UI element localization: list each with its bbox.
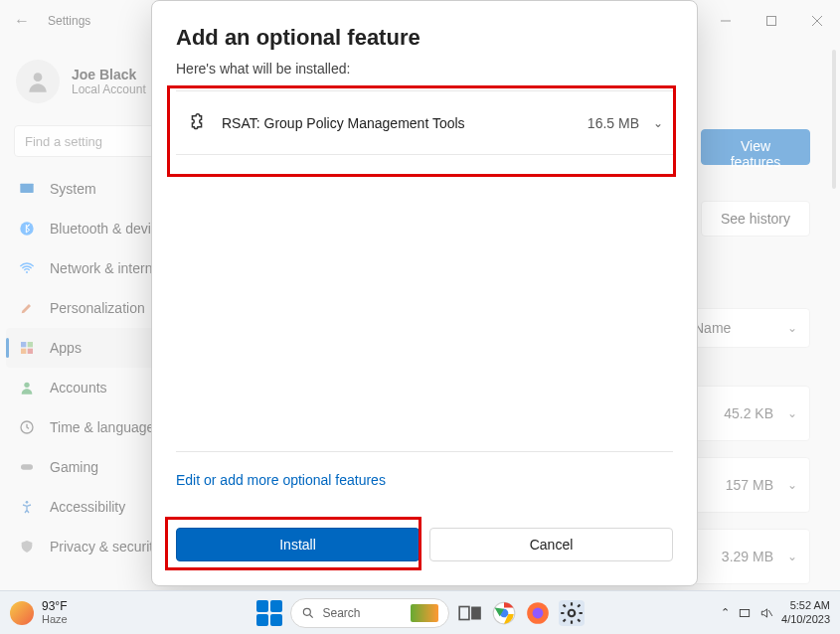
taskbar-date: 4/10/2023 xyxy=(781,613,830,626)
edit-features-link[interactable]: Edit or add more optional features xyxy=(176,452,673,508)
svg-line-26 xyxy=(768,610,772,616)
settings-icon[interactable] xyxy=(559,600,585,626)
svg-rect-19 xyxy=(471,606,481,619)
taskbar-time: 5:52 AM xyxy=(781,599,830,612)
svg-rect-25 xyxy=(740,609,749,616)
puzzle-icon xyxy=(186,112,208,134)
network-tray-icon[interactable] xyxy=(738,606,752,620)
system-tray[interactable]: ⌃ 5:52 AM 4/10/2023 xyxy=(721,599,840,625)
feature-row[interactable]: RSAT: Group Policy Management Tools 16.5… xyxy=(176,91,673,155)
dialog-subtitle: Here's what will be installed: xyxy=(176,61,673,77)
svg-point-16 xyxy=(303,608,310,615)
feature-name: RSAT: Group Policy Management Tools xyxy=(222,115,588,131)
search-highlight-icon xyxy=(411,604,438,622)
add-optional-feature-dialog: Add an optional feature Here's what will… xyxy=(151,0,698,586)
chevron-down-icon: ⌄ xyxy=(653,116,663,130)
taskbar-weather[interactable]: 93°F Haze xyxy=(0,600,68,625)
feature-size: 16.5 MB xyxy=(588,115,639,131)
feature-list: RSAT: Group Policy Management Tools 16.5… xyxy=(176,90,673,155)
task-view-button[interactable] xyxy=(457,600,483,626)
search-icon xyxy=(301,606,315,620)
volume-tray-icon[interactable] xyxy=(759,606,773,620)
taskbar-clock[interactable]: 5:52 AM 4/10/2023 xyxy=(781,599,830,625)
weather-condition: Haze xyxy=(42,613,68,625)
cancel-button[interactable]: Cancel xyxy=(429,528,673,561)
taskbar-search-placeholder: Search xyxy=(323,606,361,620)
taskbar: 93°F Haze Search ⌃ 5:52 AM 4/10/2023 xyxy=(0,590,840,634)
taskbar-search[interactable]: Search xyxy=(290,598,449,628)
firefox-icon[interactable] xyxy=(525,600,551,626)
weather-temperature: 93°F xyxy=(42,600,68,613)
svg-point-23 xyxy=(532,607,543,618)
svg-line-17 xyxy=(309,614,312,617)
dialog-title: Add an optional feature xyxy=(176,25,673,51)
svg-point-24 xyxy=(568,609,575,616)
chrome-icon[interactable] xyxy=(491,600,517,626)
weather-icon xyxy=(10,601,34,625)
svg-rect-18 xyxy=(459,606,469,619)
start-button[interactable] xyxy=(256,600,282,626)
install-button[interactable]: Install xyxy=(176,528,420,561)
chevron-up-icon[interactable]: ⌃ xyxy=(721,606,730,619)
